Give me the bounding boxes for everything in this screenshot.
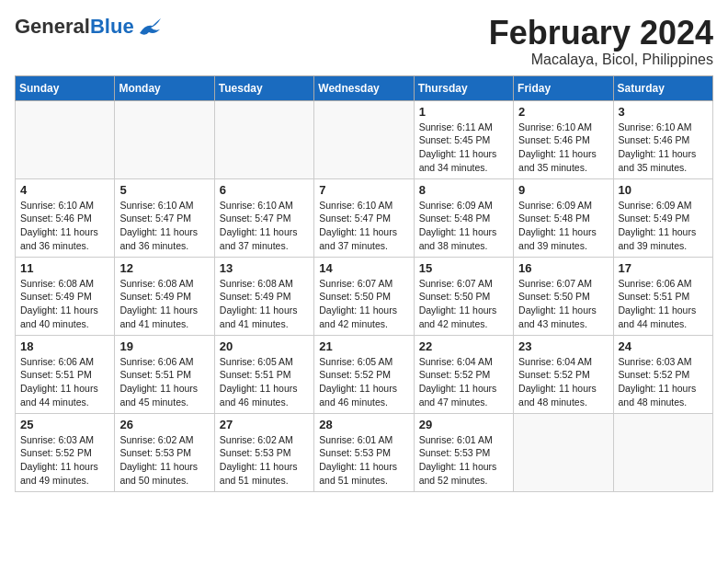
calendar-cell: 22Sunrise: 6:04 AMSunset: 5:52 PMDayligh… xyxy=(414,335,513,413)
day-number: 13 xyxy=(220,261,309,275)
day-info: Sunrise: 6:06 AMSunset: 5:51 PMDaylight:… xyxy=(119,355,209,409)
calendar-cell: 19Sunrise: 6:06 AMSunset: 5:51 PMDayligh… xyxy=(115,335,214,413)
day-info: Sunrise: 6:07 AMSunset: 5:50 PMDaylight:… xyxy=(518,277,608,331)
calendar-cell: 4Sunrise: 6:10 AMSunset: 5:46 PMDaylight… xyxy=(16,178,115,257)
calendar-cell: 5Sunrise: 6:10 AMSunset: 5:47 PMDaylight… xyxy=(115,178,214,257)
calendar-header-wednesday: Wednesday xyxy=(314,75,414,100)
day-info: Sunrise: 6:01 AMSunset: 5:53 PMDaylight:… xyxy=(419,433,508,488)
location-subtitle: Macalaya, Bicol, Philippines xyxy=(489,52,713,68)
day-number: 19 xyxy=(119,339,209,353)
calendar-week-3: 11Sunrise: 6:08 AMSunset: 5:49 PMDayligh… xyxy=(16,257,713,335)
day-number: 16 xyxy=(518,261,608,275)
calendar-cell: 12Sunrise: 6:08 AMSunset: 5:49 PMDayligh… xyxy=(115,257,214,335)
day-info: Sunrise: 6:06 AMSunset: 5:51 PMDaylight:… xyxy=(619,277,708,331)
day-info: Sunrise: 6:10 AMSunset: 5:46 PMDaylight:… xyxy=(518,121,608,175)
day-info: Sunrise: 6:02 AMSunset: 5:53 PMDaylight:… xyxy=(220,433,309,488)
day-info: Sunrise: 6:06 AMSunset: 5:51 PMDaylight:… xyxy=(20,355,109,409)
day-number: 22 xyxy=(419,339,508,353)
calendar-week-4: 18Sunrise: 6:06 AMSunset: 5:51 PMDayligh… xyxy=(16,335,713,413)
calendar-cell: 25Sunrise: 6:03 AMSunset: 5:52 PMDayligh… xyxy=(16,413,115,491)
day-number: 20 xyxy=(220,339,309,353)
calendar-week-5: 25Sunrise: 6:03 AMSunset: 5:52 PMDayligh… xyxy=(16,413,713,491)
calendar-cell xyxy=(115,100,214,178)
day-info: Sunrise: 6:10 AMSunset: 5:47 PMDaylight:… xyxy=(220,199,309,253)
day-info: Sunrise: 6:07 AMSunset: 5:50 PMDaylight:… xyxy=(419,277,508,331)
calendar-cell: 23Sunrise: 6:04 AMSunset: 5:52 PMDayligh… xyxy=(514,335,613,413)
day-number: 8 xyxy=(419,183,508,197)
day-info: Sunrise: 6:09 AMSunset: 5:48 PMDaylight:… xyxy=(419,199,508,253)
day-info: Sunrise: 6:05 AMSunset: 5:52 PMDaylight:… xyxy=(319,355,408,409)
calendar-cell: 14Sunrise: 6:07 AMSunset: 5:50 PMDayligh… xyxy=(314,257,414,335)
day-info: Sunrise: 6:10 AMSunset: 5:47 PMDaylight:… xyxy=(119,199,209,253)
calendar-cell: 20Sunrise: 6:05 AMSunset: 5:51 PMDayligh… xyxy=(214,335,313,413)
day-info: Sunrise: 6:10 AMSunset: 5:46 PMDaylight:… xyxy=(619,121,708,175)
calendar-header-tuesday: Tuesday xyxy=(214,75,313,100)
logo: GeneralBlue xyxy=(15,15,162,39)
calendar-cell: 27Sunrise: 6:02 AMSunset: 5:53 PMDayligh… xyxy=(214,413,313,491)
calendar-cell xyxy=(314,100,414,178)
day-info: Sunrise: 6:05 AMSunset: 5:51 PMDaylight:… xyxy=(220,355,309,409)
calendar-week-2: 4Sunrise: 6:10 AMSunset: 5:46 PMDaylight… xyxy=(16,178,713,257)
calendar-cell: 15Sunrise: 6:07 AMSunset: 5:50 PMDayligh… xyxy=(414,257,513,335)
calendar-cell: 7Sunrise: 6:10 AMSunset: 5:47 PMDaylight… xyxy=(314,178,414,257)
calendar-header-sunday: Sunday xyxy=(16,75,115,100)
calendar-cell: 21Sunrise: 6:05 AMSunset: 5:52 PMDayligh… xyxy=(314,335,414,413)
day-info: Sunrise: 6:08 AMSunset: 5:49 PMDaylight:… xyxy=(119,277,209,331)
calendar-cell: 3Sunrise: 6:10 AMSunset: 5:46 PMDaylight… xyxy=(613,100,712,178)
day-number: 6 xyxy=(220,183,309,197)
day-number: 17 xyxy=(619,261,708,275)
day-number: 9 xyxy=(518,183,608,197)
calendar-cell: 24Sunrise: 6:03 AMSunset: 5:52 PMDayligh… xyxy=(613,335,712,413)
calendar-header-monday: Monday xyxy=(115,75,214,100)
day-info: Sunrise: 6:03 AMSunset: 5:52 PMDaylight:… xyxy=(20,433,109,488)
day-number: 18 xyxy=(20,339,109,353)
day-number: 25 xyxy=(20,418,109,431)
day-info: Sunrise: 6:10 AMSunset: 5:46 PMDaylight:… xyxy=(20,199,109,253)
calendar-cell: 8Sunrise: 6:09 AMSunset: 5:48 PMDaylight… xyxy=(414,178,513,257)
calendar-cell xyxy=(214,100,313,178)
day-number: 11 xyxy=(20,261,109,275)
day-info: Sunrise: 6:11 AMSunset: 5:45 PMDaylight:… xyxy=(419,121,508,175)
day-number: 28 xyxy=(319,418,408,431)
calendar-cell: 11Sunrise: 6:08 AMSunset: 5:49 PMDayligh… xyxy=(16,257,115,335)
calendar-cell xyxy=(613,413,712,491)
logo-bird-icon xyxy=(136,17,162,37)
day-number: 29 xyxy=(419,418,508,431)
day-info: Sunrise: 6:07 AMSunset: 5:50 PMDaylight:… xyxy=(319,277,408,331)
day-number: 24 xyxy=(619,339,708,353)
day-number: 3 xyxy=(619,105,708,119)
calendar-table: SundayMondayTuesdayWednesdayThursdayFrid… xyxy=(15,75,713,492)
day-info: Sunrise: 6:04 AMSunset: 5:52 PMDaylight:… xyxy=(518,355,608,409)
day-info: Sunrise: 6:09 AMSunset: 5:48 PMDaylight:… xyxy=(518,199,608,253)
calendar-cell: 17Sunrise: 6:06 AMSunset: 5:51 PMDayligh… xyxy=(613,257,712,335)
month-year-title: February 2024 xyxy=(489,15,713,52)
calendar-cell: 29Sunrise: 6:01 AMSunset: 5:53 PMDayligh… xyxy=(414,413,513,491)
calendar-header-friday: Friday xyxy=(514,75,613,100)
logo-general: General xyxy=(15,15,90,39)
day-number: 14 xyxy=(319,261,408,275)
day-info: Sunrise: 6:08 AMSunset: 5:49 PMDaylight:… xyxy=(20,277,109,331)
day-info: Sunrise: 6:10 AMSunset: 5:47 PMDaylight:… xyxy=(319,199,408,253)
day-info: Sunrise: 6:08 AMSunset: 5:49 PMDaylight:… xyxy=(220,277,309,331)
logo-blue: Blue xyxy=(90,15,134,39)
day-info: Sunrise: 6:01 AMSunset: 5:53 PMDaylight:… xyxy=(319,433,408,488)
day-info: Sunrise: 6:04 AMSunset: 5:52 PMDaylight:… xyxy=(419,355,508,409)
calendar-cell: 28Sunrise: 6:01 AMSunset: 5:53 PMDayligh… xyxy=(314,413,414,491)
day-number: 4 xyxy=(20,183,109,197)
calendar-header-row: SundayMondayTuesdayWednesdayThursdayFrid… xyxy=(16,75,713,100)
day-number: 5 xyxy=(119,183,209,197)
page-header: GeneralBlue February 2024 Macalaya, Bico… xyxy=(15,15,713,68)
day-number: 26 xyxy=(119,418,209,431)
calendar-week-1: 1Sunrise: 6:11 AMSunset: 5:45 PMDaylight… xyxy=(16,100,713,178)
calendar-cell: 9Sunrise: 6:09 AMSunset: 5:48 PMDaylight… xyxy=(514,178,613,257)
calendar-header-saturday: Saturday xyxy=(613,75,712,100)
day-info: Sunrise: 6:03 AMSunset: 5:52 PMDaylight:… xyxy=(619,355,708,409)
day-info: Sunrise: 6:02 AMSunset: 5:53 PMDaylight:… xyxy=(119,433,209,488)
day-number: 7 xyxy=(319,183,408,197)
day-info: Sunrise: 6:09 AMSunset: 5:49 PMDaylight:… xyxy=(619,199,708,253)
calendar-cell: 10Sunrise: 6:09 AMSunset: 5:49 PMDayligh… xyxy=(613,178,712,257)
calendar-cell: 6Sunrise: 6:10 AMSunset: 5:47 PMDaylight… xyxy=(214,178,313,257)
calendar-cell xyxy=(16,100,115,178)
calendar-cell: 2Sunrise: 6:10 AMSunset: 5:46 PMDaylight… xyxy=(514,100,613,178)
calendar-cell: 26Sunrise: 6:02 AMSunset: 5:53 PMDayligh… xyxy=(115,413,214,491)
